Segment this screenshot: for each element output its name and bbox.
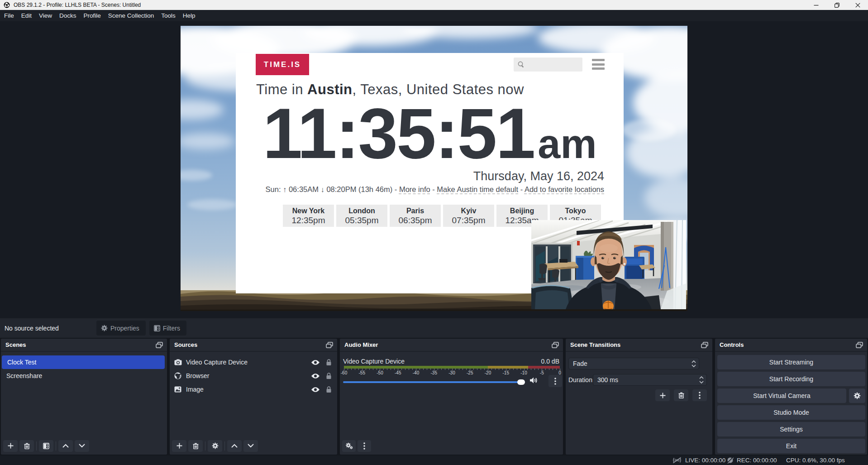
transitions-dock-header[interactable]: Scene Transitions xyxy=(566,339,712,352)
city-cell[interactable]: Kyiv07:35pm xyxy=(443,205,494,227)
start-streaming-button[interactable]: Start Streaming xyxy=(717,355,865,369)
popout-icon[interactable] xyxy=(326,342,333,348)
chevron-up-icon xyxy=(231,444,238,448)
add-scene-button[interactable] xyxy=(3,440,18,452)
scene-filters-button[interactable] xyxy=(39,440,53,452)
program-canvas[interactable]: TIME.IS Time in Austin, Texas, United St… xyxy=(181,26,687,311)
popout-icon[interactable] xyxy=(552,342,559,348)
remove-scene-button[interactable] xyxy=(19,440,34,452)
remove-source-button[interactable] xyxy=(188,440,203,452)
cpu-fps-stats: CPU: 0.6%, 30.00 fps xyxy=(786,457,845,464)
image-icon xyxy=(174,386,182,393)
menu-edit[interactable]: Edit xyxy=(18,10,35,21)
start-virtual-camera-button[interactable]: Start Virtual Camera xyxy=(717,388,846,403)
move-scene-up-button[interactable] xyxy=(58,440,73,452)
move-source-up-button[interactable] xyxy=(227,440,242,452)
add-source-button[interactable] xyxy=(172,440,186,452)
mixer-channel-menu-button[interactable] xyxy=(548,375,562,387)
selected-source-status: No source selected xyxy=(5,325,95,332)
menu-scene-collection[interactable]: Scene Collection xyxy=(105,10,157,21)
hamburger-menu-icon[interactable] xyxy=(592,59,605,70)
rec-time: REC: 00:00:00 xyxy=(737,457,777,464)
start-recording-button[interactable]: Start Recording xyxy=(717,372,865,386)
controls-dock-header[interactable]: Controls xyxy=(715,339,867,352)
menu-file[interactable]: File xyxy=(0,10,18,21)
restore-button[interactable] xyxy=(826,0,847,10)
search-input[interactable] xyxy=(527,59,577,70)
scene-item-clock-test[interactable]: Clock Test xyxy=(2,355,165,369)
close-icon xyxy=(855,3,860,8)
menu-view[interactable]: View xyxy=(35,10,56,21)
lock-icon[interactable] xyxy=(326,373,332,379)
plus-icon xyxy=(660,393,666,398)
studio-mode-button[interactable]: Studio Mode xyxy=(717,405,865,420)
popout-icon[interactable] xyxy=(156,342,163,348)
scene-item-screenshare[interactable]: Screenshare xyxy=(1,369,167,383)
duration-label: Duration xyxy=(568,376,592,384)
transitions-toolbar xyxy=(651,389,707,401)
lock-icon[interactable] xyxy=(326,386,332,393)
scenes-dock-header[interactable]: Scenes xyxy=(1,339,167,352)
speaker-icon[interactable] xyxy=(529,377,538,386)
sources-dock-header[interactable]: Sources xyxy=(170,339,337,352)
page-date: Thursday, May 16, 2024 xyxy=(473,169,604,183)
transition-properties-button[interactable] xyxy=(692,389,707,401)
scenes-toolbar xyxy=(1,438,167,454)
filters-button[interactable]: Filters xyxy=(149,321,186,336)
city-cell[interactable]: Paris06:35pm xyxy=(390,205,441,227)
visibility-eye-icon[interactable] xyxy=(311,360,320,365)
source-item-video-capture[interactable]: Video Capture Device xyxy=(170,355,337,369)
source-properties-button[interactable] xyxy=(208,440,222,452)
visibility-eye-icon[interactable] xyxy=(311,387,320,393)
mixer-menu-button[interactable] xyxy=(358,440,371,452)
sun-info-line: Sun: ↑ 06:35AM ↓ 08:20PM (13h 46m) - Mor… xyxy=(266,185,604,194)
minimize-button[interactable] xyxy=(806,0,826,10)
spin-up-icon[interactable] xyxy=(699,376,704,379)
make-default-link[interactable]: Make Austin time default xyxy=(437,185,518,193)
move-source-down-button[interactable] xyxy=(243,440,258,452)
source-item-image[interactable]: Image xyxy=(170,383,337,396)
move-scene-down-button[interactable] xyxy=(75,440,89,452)
exit-button[interactable]: Exit xyxy=(717,439,865,453)
scene-transitions-dock: Scene Transitions Fade Duration 300 ms xyxy=(566,339,712,455)
sources-toolbar xyxy=(170,438,337,454)
city-cell[interactable]: London05:35pm xyxy=(336,205,387,227)
gears-icon xyxy=(345,442,353,449)
live-inactive-icon xyxy=(672,457,682,464)
visibility-eye-icon[interactable] xyxy=(311,373,320,379)
more-info-link[interactable]: More info xyxy=(399,185,430,193)
volume-slider-handle[interactable] xyxy=(517,379,525,385)
kebab-menu-icon xyxy=(554,378,556,385)
audio-mixer-dock: Audio Mixer Video Capture Device 0.0 dB … xyxy=(340,339,563,455)
obs-logo-icon xyxy=(4,2,10,8)
menu-profile[interactable]: Profile xyxy=(80,10,105,21)
lock-icon[interactable] xyxy=(326,359,332,366)
city-cell[interactable]: New York12:35pm xyxy=(283,205,334,227)
menu-help[interactable]: Help xyxy=(179,10,199,21)
search-box[interactable] xyxy=(514,58,582,72)
timeis-logo[interactable]: TIME.IS xyxy=(256,54,309,75)
webcam-scene xyxy=(531,220,686,309)
audio-mixer-dock-header[interactable]: Audio Mixer xyxy=(340,339,563,352)
popout-icon[interactable] xyxy=(856,342,863,348)
popout-icon[interactable] xyxy=(701,342,708,348)
remove-transition-button[interactable] xyxy=(674,389,688,401)
duration-spinbox[interactable]: 300 ms xyxy=(593,374,707,386)
add-transition-button[interactable] xyxy=(655,389,670,401)
menu-tools[interactable]: Tools xyxy=(157,10,179,21)
volume-slider[interactable] xyxy=(343,379,525,385)
transition-select[interactable]: Fade xyxy=(568,358,699,369)
add-favorite-link[interactable]: Add to favorite locations xyxy=(525,185,604,193)
properties-button[interactable]: Properties xyxy=(96,321,146,336)
spin-down-icon[interactable] xyxy=(699,381,704,384)
menu-docks[interactable]: Docks xyxy=(56,10,80,21)
gear-icon xyxy=(101,325,108,331)
mixer-channel-name: Video Capture Device xyxy=(343,358,405,365)
virtual-camera-settings-button[interactable] xyxy=(849,388,865,403)
close-button[interactable] xyxy=(847,0,868,10)
chevron-down-icon xyxy=(79,444,85,448)
settings-button[interactable]: Settings xyxy=(717,422,865,436)
source-toolbar: No source selected Properties Filters xyxy=(0,318,868,338)
source-item-browser[interactable]: Browser xyxy=(170,369,337,383)
advanced-audio-button[interactable] xyxy=(342,440,356,452)
